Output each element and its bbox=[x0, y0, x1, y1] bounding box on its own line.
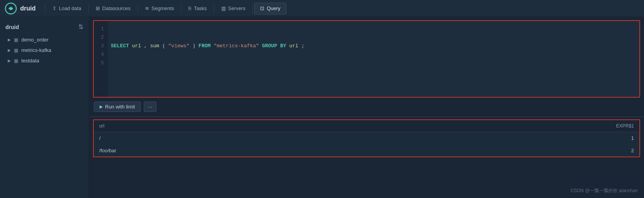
results-area: url EXPR$1 / 1 bbox=[93, 119, 640, 157]
nav-item-datasources[interactable]: ⊞ Datasources bbox=[90, 0, 136, 17]
keyword-group: GROUP bbox=[262, 43, 277, 49]
col-header-expr: EXPR$1 bbox=[363, 120, 639, 132]
table-row: /foo/bar 2 bbox=[94, 145, 639, 157]
sidebar-item-testdata[interactable]: ▶ ▦ testdata bbox=[0, 55, 89, 66]
query-editor[interactable]: 1 2 3 4 5 SELECT url , sum ( "views" ) bbox=[93, 20, 640, 98]
col-url: url bbox=[132, 43, 141, 49]
nav-divider-4 bbox=[181, 4, 181, 13]
fn-sum: sum bbox=[150, 43, 159, 49]
results-header-row: url EXPR$1 bbox=[94, 120, 639, 132]
line-numbers: 1 2 3 4 5 bbox=[94, 21, 108, 97]
col-url-2: url bbox=[289, 43, 298, 49]
line-number-1: 1 bbox=[98, 25, 104, 33]
table-icon-metrics-kafka: ▦ bbox=[14, 48, 18, 53]
chevron-right-icon-2: ▶ bbox=[8, 48, 11, 52]
code-line-5 bbox=[111, 59, 636, 67]
content-area: 1 2 3 4 5 SELECT url , sum ( "views" ) bbox=[89, 17, 644, 198]
cell-url-2: /foo/bar bbox=[94, 145, 363, 157]
servers-icon: ▥ bbox=[221, 5, 226, 11]
nav-item-segments-label: Segments bbox=[152, 5, 174, 11]
col-views: "views" bbox=[168, 43, 189, 49]
cell-expr-2: 2 bbox=[363, 145, 639, 157]
sidebar-item-metrics-kafka-label: metrics-kafka bbox=[21, 47, 51, 53]
sidebar-header: druid ⇅ bbox=[0, 21, 89, 34]
results-table: url EXPR$1 / 1 bbox=[94, 120, 639, 157]
table-name: "metrics-kafka" bbox=[214, 43, 259, 49]
nav-item-load-data[interactable]: ⇪ Load data bbox=[47, 0, 87, 17]
code-line-1 bbox=[111, 25, 636, 33]
tasks-icon: ⎘ bbox=[188, 5, 191, 11]
sidebar-title: druid bbox=[5, 24, 19, 30]
line-number-2: 2 bbox=[98, 33, 104, 42]
nav-item-query-label: Query bbox=[267, 5, 280, 11]
load-data-icon: ⇪ bbox=[52, 5, 57, 11]
run-with-limit-button[interactable]: ▶ Run with limit bbox=[94, 102, 141, 112]
sidebar: druid ⇅ ▶ ▦ demo_order ▶ ▦ metrics-kafka… bbox=[0, 17, 89, 198]
nav-item-tasks[interactable]: ⎘ Tasks bbox=[183, 0, 212, 17]
separator bbox=[89, 117, 644, 117]
run-with-limit-label: Run with limit bbox=[105, 104, 135, 110]
paren-close: ) bbox=[193, 43, 196, 49]
comma: , bbox=[144, 43, 150, 49]
semicolon: ; bbox=[301, 43, 305, 49]
code-line-2 bbox=[111, 33, 636, 42]
nav-divider-2 bbox=[88, 4, 89, 13]
paren-open: ( bbox=[162, 43, 165, 49]
play-icon: ▶ bbox=[100, 104, 103, 109]
nav-item-load-data-label: Load data bbox=[59, 5, 81, 11]
keyword-from: FROM bbox=[198, 43, 210, 49]
watermark: CSDN @一瓢一瓢的饮 alanchan bbox=[570, 188, 638, 194]
sidebar-item-metrics-kafka[interactable]: ▶ ▦ metrics-kafka bbox=[0, 45, 89, 55]
nav-item-datasources-label: Datasources bbox=[102, 5, 131, 11]
logo-text: druid bbox=[20, 5, 36, 12]
keyword-select: SELECT bbox=[111, 43, 129, 49]
line-number-4: 4 bbox=[98, 50, 104, 59]
chevron-right-icon-3: ▶ bbox=[8, 59, 11, 63]
main-layout: druid ⇅ ▶ ▦ demo_order ▶ ▦ metrics-kafka… bbox=[0, 17, 644, 198]
druid-logo-icon bbox=[5, 2, 17, 15]
col-header-url: url bbox=[94, 120, 363, 132]
nav-item-segments[interactable]: ≋ Segments bbox=[139, 0, 180, 17]
table-icon-demo-order: ▦ bbox=[14, 37, 18, 43]
nav-divider-6 bbox=[252, 4, 253, 13]
logo[interactable]: druid bbox=[5, 2, 36, 15]
nav-item-servers-label: Servers bbox=[228, 5, 246, 11]
nav-divider-3 bbox=[138, 4, 138, 13]
query-toolbar: ▶ Run with limit ··· bbox=[89, 98, 644, 116]
more-options-label: ··· bbox=[148, 104, 152, 110]
keyword-by: BY bbox=[280, 43, 286, 49]
sort-icon[interactable]: ⇅ bbox=[78, 23, 83, 31]
nav-item-query[interactable]: ⊡ Query bbox=[254, 3, 286, 14]
code-line-4 bbox=[111, 50, 636, 59]
code-content[interactable]: SELECT url , sum ( "views" ) FROM "metri… bbox=[108, 21, 639, 97]
code-line-3: SELECT url , sum ( "views" ) FROM "metri… bbox=[111, 42, 636, 50]
nav-divider-5 bbox=[214, 4, 214, 13]
nav-item-servers[interactable]: ▥ Servers bbox=[216, 0, 251, 17]
datasources-icon: ⊞ bbox=[96, 5, 100, 11]
table-icon-testdata: ▦ bbox=[14, 58, 18, 64]
nav-item-tasks-label: Tasks bbox=[194, 5, 207, 11]
cell-expr-1: 1 bbox=[363, 132, 639, 145]
top-navigation: druid ⇪ Load data ⊞ Datasources ≋ Segmen… bbox=[0, 0, 644, 17]
segments-icon: ≋ bbox=[145, 5, 149, 11]
sidebar-item-testdata-label: testdata bbox=[21, 58, 39, 64]
sidebar-item-demo-order-label: demo_order bbox=[21, 37, 48, 43]
more-options-button[interactable]: ··· bbox=[144, 102, 157, 112]
line-number-5: 5 bbox=[98, 59, 104, 67]
nav-divider-1 bbox=[45, 4, 45, 13]
sidebar-item-demo-order[interactable]: ▶ ▦ demo_order bbox=[0, 34, 89, 45]
line-number-3: 3 bbox=[98, 42, 104, 50]
table-row: / 1 bbox=[94, 132, 639, 145]
chevron-right-icon: ▶ bbox=[8, 38, 11, 42]
query-icon: ⊡ bbox=[260, 5, 264, 11]
cell-url-1: / bbox=[94, 132, 363, 145]
